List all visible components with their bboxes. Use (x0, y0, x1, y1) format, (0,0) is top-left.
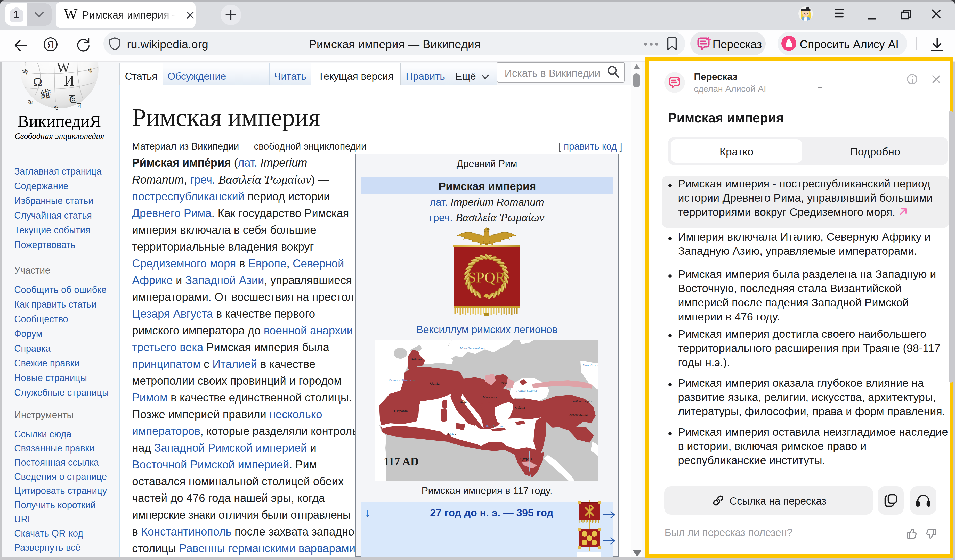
svg-text:И: И (64, 73, 74, 89)
svg-text:Mare Internum: Mare Internum (485, 424, 504, 428)
svg-text:Parthian Empire: Parthian Empire (571, 399, 592, 403)
svg-text:Oceanus Atlanticus: Oceanus Atlanticus (389, 378, 415, 382)
svg-text:Ægyptus: Ægyptus (519, 457, 532, 461)
svg-text:Macedonia: Macedonia (483, 396, 497, 399)
svg-text:Mare Germanicum: Mare Germanicum (459, 346, 485, 350)
svg-text:ও: ও (54, 103, 58, 111)
svg-text:維: 維 (39, 87, 52, 101)
svg-text:Dacia: Dacia (499, 381, 507, 385)
svg-text:117 AD: 117 AD (384, 455, 419, 468)
svg-text:Pontus Euxinus: Pontus Euxinus (516, 388, 537, 392)
svg-text:ক: ক (27, 97, 34, 108)
svg-text:Africa: Africa (447, 432, 456, 436)
svg-text:Galatia: Galatia (515, 406, 525, 409)
svg-text:ڇ: ڇ (68, 89, 76, 103)
svg-text:ঋ: ঋ (88, 66, 92, 75)
svg-text:Hispania: Hispania (394, 409, 408, 413)
svg-text:Ω: Ω (33, 75, 42, 89)
svg-text:Gallia: Gallia (430, 381, 440, 385)
svg-text:ম: ম (77, 101, 81, 109)
svg-text:Britannia: Britannia (411, 357, 423, 361)
svg-text:Mesopotamia: Mesopotamia (569, 413, 588, 416)
svg-text:Mare Caspium: Mare Caspium (582, 363, 598, 367)
svg-text:SPQR: SPQR (468, 269, 505, 285)
svg-text:Italia: Italia (460, 399, 467, 404)
